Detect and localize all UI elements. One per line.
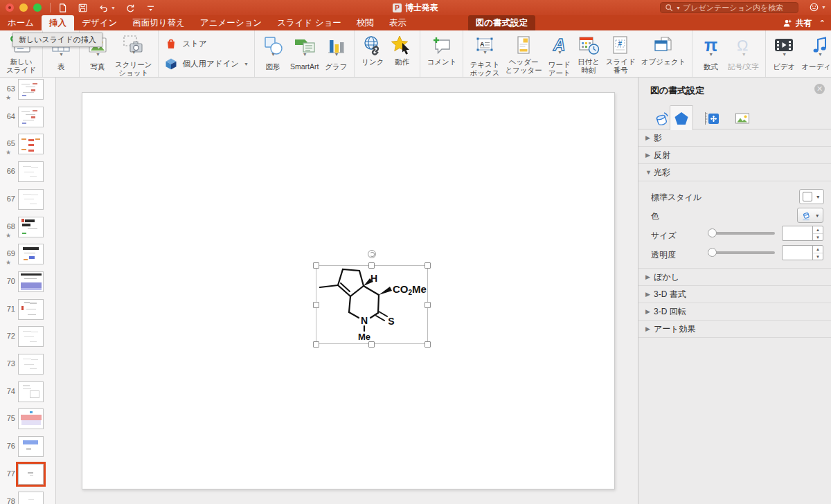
ribbon-button-word-art[interactable]: A▼ワードアート	[545, 32, 574, 77]
slide-thumbnail-image[interactable]	[18, 79, 44, 100]
dropdown-caret[interactable]: ▼	[708, 52, 713, 57]
resize-handle-se[interactable]	[425, 341, 431, 348]
ribbon-button-object[interactable]: オブジェクト	[638, 32, 688, 77]
resize-handle-sw[interactable]	[313, 341, 319, 348]
ribbon-button-my-add-ins[interactable]: 個人用アドイン▼	[164, 55, 249, 72]
tab-picture[interactable]	[731, 107, 754, 129]
slide-thumbnail-78[interactable]: 78	[0, 496, 56, 504]
ribbon-button-smartart[interactable]: ▼SmartArt	[287, 32, 321, 77]
resize-handle-e[interactable]	[425, 302, 431, 308]
tab-7[interactable]: 表示	[382, 15, 414, 30]
close-pane-button[interactable]: ✕	[814, 84, 825, 94]
section-shadow[interactable]: ▶ 影	[638, 129, 831, 147]
dropdown-caret[interactable]: ▼	[483, 50, 488, 55]
dropdown-caret[interactable]: ▼	[782, 52, 787, 57]
section-soft-edges[interactable]: ▶ ぼかし	[638, 269, 831, 286]
selected-picture[interactable]: H CO2Me S N Me	[303, 244, 442, 354]
dropdown-caret[interactable]: ▼	[557, 50, 562, 55]
slide-thumbnail-image[interactable]	[18, 134, 44, 154]
slide-thumbnail-image[interactable]	[18, 326, 44, 347]
toolbar-options-button[interactable]	[145, 3, 156, 13]
glow-preset-dropdown[interactable]: ▼	[799, 189, 824, 204]
ribbon-button-text-box[interactable]: A▼テキストボックス	[467, 32, 502, 77]
glow-size-slider[interactable]	[708, 228, 775, 237]
tab-0[interactable]: ホーム	[0, 15, 42, 30]
dropdown-caret[interactable]: ▼	[303, 52, 307, 57]
ribbon-button-chart[interactable]: ▼グラフ	[321, 32, 350, 77]
slide-thumbnail-image[interactable]	[18, 299, 44, 320]
minimize-window-button[interactable]	[19, 3, 28, 12]
ribbon-button-date-time[interactable]: 日付と時刻	[574, 32, 603, 77]
close-window-button[interactable]	[6, 3, 14, 12]
section-3d-format[interactable]: ▶ 3-D 書式	[638, 286, 831, 303]
slide-thumbnail-image[interactable]	[18, 107, 44, 127]
slide-thumbnail-image[interactable]	[18, 189, 44, 210]
dropdown-caret[interactable]: ▼	[132, 50, 136, 55]
slide-thumbnail-image[interactable]	[18, 408, 44, 429]
feedback-caret[interactable]: ▼	[821, 5, 826, 10]
tab-5[interactable]: スライド ショー	[269, 15, 349, 30]
search-input[interactable]: ▼ プレゼンテーション内を検索	[660, 2, 798, 13]
glow-size-spinner[interactable]: ▲▼	[782, 226, 823, 241]
new-presentation-button[interactable]	[57, 3, 68, 13]
redo-button[interactable]	[125, 3, 136, 13]
ribbon-button-comment[interactable]: コメント	[424, 32, 459, 77]
spinner-arrows[interactable]: ▲▼	[812, 226, 823, 240]
dropdown-caret[interactable]: ▼	[742, 52, 747, 57]
slide-thumbnail-image[interactable]	[18, 354, 44, 375]
search-scope-caret[interactable]: ▼	[676, 6, 681, 10]
dropdown-caret[interactable]: ▼	[59, 52, 64, 57]
resize-handle-w[interactable]	[313, 302, 319, 308]
ribbon-button-video[interactable]: ▼ビデオ	[769, 32, 798, 77]
slide-thumbnail-image[interactable]	[18, 244, 44, 264]
ribbon-button-header-footer[interactable]: ヘッダーとフッター	[502, 32, 544, 77]
section-glow[interactable]: ▼ 光彩	[638, 164, 831, 181]
glow-color-dropdown[interactable]: ▼	[797, 208, 823, 223]
zoom-window-button[interactable]	[33, 3, 42, 12]
slide-thumbnail-image[interactable]	[18, 271, 44, 292]
tab-3[interactable]: 画面切り替え	[125, 15, 193, 30]
slide-thumbnail-image[interactable]	[18, 436, 44, 457]
slider-track[interactable]	[708, 232, 775, 235]
slide-thumbnail-image[interactable]	[18, 161, 44, 182]
undo-dropdown-caret[interactable]: ▼	[111, 6, 116, 10]
ribbon-button-audio[interactable]: ▼オーディオ	[798, 32, 831, 77]
dropdown-caret[interactable]: ▼	[271, 52, 276, 57]
resize-handle-s[interactable]	[368, 341, 375, 348]
dropdown-caret[interactable]: ▼	[818, 52, 823, 57]
undo-button[interactable]: ▼	[98, 3, 116, 13]
glow-transparency-slider[interactable]	[708, 248, 775, 257]
section-3d-rotation[interactable]: ▶ 3-D 回転	[638, 303, 831, 321]
slide-thumbnail-image[interactable]	[18, 464, 44, 485]
resize-handle-n[interactable]	[368, 262, 375, 269]
section-artistic-effects[interactable]: ▶ アート効果	[638, 321, 831, 338]
resize-handle-nw[interactable]	[313, 262, 319, 269]
ribbon-button-shapes[interactable]: ▼図形	[258, 32, 287, 77]
slider-knob[interactable]	[708, 248, 717, 257]
tab-format-picture[interactable]: 図の書式設定	[468, 15, 535, 30]
slide-canvas[interactable]: H CO2Me S N Me	[82, 92, 615, 489]
collapse-ribbon-button[interactable]: ⌃	[819, 19, 825, 28]
ribbon-button-screenshot[interactable]: ▼スクリーンショット	[112, 32, 154, 77]
slide-thumbnail-image[interactable]	[18, 217, 44, 237]
tab-2[interactable]: デザイン	[74, 15, 125, 30]
feedback-button[interactable]: ▼	[809, 2, 826, 12]
slide-thumbnail-image[interactable]	[18, 381, 44, 402]
section-reflection[interactable]: ▶ 反射	[638, 147, 831, 164]
ribbon-button-store[interactable]: ストア	[164, 35, 249, 52]
tab-size-position[interactable]	[700, 107, 724, 129]
slide-thumbnail-image[interactable]	[18, 492, 44, 504]
glow-transparency-spinner[interactable]: ▲▼	[782, 245, 823, 260]
ribbon-button-link[interactable]: リンク	[358, 32, 387, 77]
ribbon-button-action[interactable]: 動作	[387, 32, 416, 77]
slider-track[interactable]	[708, 251, 775, 254]
share-button[interactable]: 共有	[783, 17, 812, 29]
tab-6[interactable]: 校閲	[349, 15, 382, 30]
glow-transparency-value[interactable]	[783, 246, 812, 260]
save-button[interactable]	[78, 3, 88, 13]
ribbon-button-equation[interactable]: π▼数式	[696, 32, 725, 77]
tab-1[interactable]: 挿入	[42, 15, 74, 30]
glow-size-value[interactable]	[783, 226, 812, 240]
rotation-handle[interactable]	[368, 250, 376, 258]
spinner-arrows[interactable]: ▲▼	[812, 246, 823, 260]
